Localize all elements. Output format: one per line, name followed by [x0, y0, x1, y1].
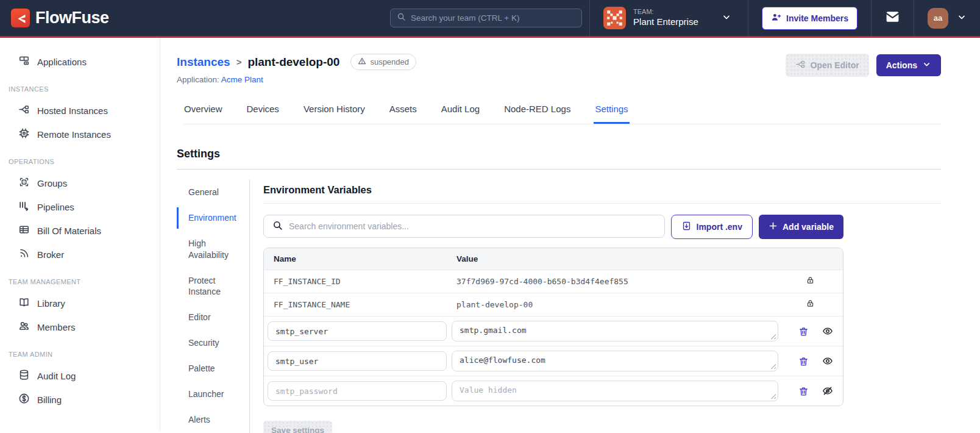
sidebar-item-label: Members	[37, 322, 76, 332]
tab-version-history[interactable]: Version History	[302, 100, 366, 124]
tab-assets[interactable]: Assets	[388, 100, 418, 124]
env-var-name: FF_INSTANCE_NAME	[274, 300, 456, 309]
env-var-name-input[interactable]	[268, 381, 447, 401]
sidebar-item-label: Library	[37, 298, 65, 309]
env-var-value-input[interactable]: alice@flowfuse.com	[452, 351, 778, 371]
tab-audit-log[interactable]: Audit Log	[440, 100, 481, 124]
sidebar-item-audit-log[interactable]: Audit Log	[0, 364, 160, 387]
subnav-general[interactable]: General	[177, 182, 249, 203]
env-search[interactable]	[263, 215, 665, 238]
delete-variable-icon[interactable]	[798, 356, 809, 367]
env-var-value-input[interactable]	[452, 381, 778, 401]
subnav-palette[interactable]: Palette	[177, 358, 249, 379]
settings-divider	[177, 169, 941, 170]
sidebar-item-label: Pipelines	[37, 202, 74, 212]
env-search-input[interactable]	[289, 221, 656, 231]
brand-name: FlowFuse	[35, 9, 109, 27]
sidebar-item-hosted-instances[interactable]: Hosted Instances	[0, 99, 160, 122]
table-row: alice@flowfuse.com	[264, 346, 843, 376]
sidebar-item-label: Remote Instances	[37, 129, 111, 140]
save-settings-label: Save settings	[271, 426, 324, 433]
chevron-down-icon	[722, 12, 731, 24]
delete-variable-icon[interactable]	[798, 326, 809, 337]
user-plus-icon	[771, 12, 781, 24]
invite-members-button[interactable]: Invite Members	[762, 7, 857, 30]
sidebar-item-library[interactable]: Library	[0, 292, 160, 315]
add-variable-label: Add variable	[783, 222, 834, 232]
flowfuse-home-link[interactable]: FlowFuse	[11, 9, 109, 27]
sidebar-item-groups[interactable]: Groups	[0, 171, 160, 195]
page-title: plant-develop-00	[247, 55, 339, 69]
mail-icon	[885, 9, 900, 27]
subnav-protect-instance[interactable]: Protect Instance	[177, 270, 249, 303]
chevron-down-icon	[957, 12, 967, 24]
team-name: Plant Enterprise	[633, 16, 698, 28]
search-icon	[272, 220, 283, 233]
main-content: Instances > plant-develop-00 suspended A…	[160, 38, 980, 431]
status-badge-label: suspended	[370, 57, 409, 66]
team-search-input[interactable]	[411, 13, 575, 23]
subnav-security[interactable]: Security	[177, 332, 249, 354]
tab-devices[interactable]: Devices	[246, 100, 280, 124]
show-value-icon[interactable]	[822, 326, 833, 337]
library-icon	[18, 296, 30, 310]
editor-flow-icon	[795, 59, 806, 71]
team-selector[interactable]: TEAM: Plant Enterprise	[589, 0, 748, 36]
remote-instances-icon	[18, 127, 30, 141]
user-menu[interactable]: aa	[914, 0, 980, 36]
audit-log-icon	[18, 369, 30, 382]
env-var-name: FF_INSTANCE_ID	[274, 277, 456, 286]
sidebar-section-operations: OPERATIONS	[0, 158, 160, 165]
sidebar-section-instances: INSTANCES	[0, 85, 160, 93]
hosted-instances-icon	[18, 104, 30, 117]
subnav-launcher[interactable]: Launcher	[177, 384, 249, 405]
actions-button[interactable]: Actions	[876, 54, 941, 76]
breadcrumb-instances-link[interactable]: Instances	[177, 55, 230, 69]
sidebar-item-remote-instances[interactable]: Remote Instances	[0, 123, 160, 146]
tab-settings[interactable]: Settings	[594, 100, 629, 124]
team-search[interactable]	[390, 9, 582, 27]
tab-overview[interactable]: Overview	[183, 100, 224, 124]
user-avatar: aa	[928, 8, 948, 29]
invite-members-section: Invite Members	[748, 0, 871, 36]
groups-icon	[18, 176, 30, 190]
tab-node-red-logs[interactable]: Node-RED Logs	[503, 100, 572, 124]
team-label: TEAM:	[633, 8, 698, 16]
search-icon	[397, 12, 406, 24]
breadcrumb-separator: >	[236, 57, 242, 67]
status-badge: suspended	[350, 54, 416, 70]
add-variable-button[interactable]: Add variable	[759, 215, 843, 239]
flowfuse-logo-icon	[11, 9, 30, 27]
env-var-value: 37f7d969-97cd-4000-b650-b3d4f4eef855	[456, 277, 772, 286]
sidebar-item-applications[interactable]: Applications	[0, 50, 160, 73]
table-header: Name Value	[264, 248, 843, 270]
env-var-name-input[interactable]	[268, 351, 447, 371]
hide-value-icon[interactable]	[822, 385, 833, 396]
sidebar-item-members[interactable]: Members	[0, 315, 160, 338]
breadcrumb: Instances > plant-develop-00 suspended	[177, 54, 416, 70]
show-value-icon[interactable]	[822, 356, 833, 367]
sidebar-item-bill-of-materials[interactable]: Bill Of Materials	[0, 219, 160, 242]
sidebar-item-pipelines[interactable]: Pipelines	[0, 195, 160, 218]
subnav-environment[interactable]: Environment	[177, 207, 249, 229]
sidebar-item-billing[interactable]: Billing	[0, 388, 160, 411]
notifications-button[interactable]	[871, 0, 914, 36]
plus-icon	[769, 221, 778, 232]
save-settings-button[interactable]: Save settings	[263, 421, 332, 433]
subnav-editor[interactable]: Editor	[177, 307, 249, 328]
open-editor-button[interactable]: Open Editor	[786, 54, 869, 77]
delete-variable-icon[interactable]	[798, 386, 809, 396]
sidebar-item-broker[interactable]: Broker	[0, 243, 160, 266]
open-editor-label: Open Editor	[811, 60, 859, 70]
column-header-name: Name	[274, 254, 456, 263]
pipelines-icon	[18, 200, 30, 213]
team-avatar	[603, 7, 626, 29]
subnav-high-availability[interactable]: High Availability	[177, 233, 249, 266]
import-env-button[interactable]: Import .env	[671, 215, 753, 239]
application-label: Application:	[177, 75, 219, 84]
env-var-value-input[interactable]: smtp.gmail.com	[452, 321, 778, 342]
env-var-name-input[interactable]	[268, 321, 447, 341]
application-link[interactable]: Acme Plant	[221, 75, 263, 84]
subnav-alerts[interactable]: Alerts	[177, 409, 249, 431]
table-row: FF_INSTANCE_NAME plant-develop-00	[264, 293, 843, 316]
